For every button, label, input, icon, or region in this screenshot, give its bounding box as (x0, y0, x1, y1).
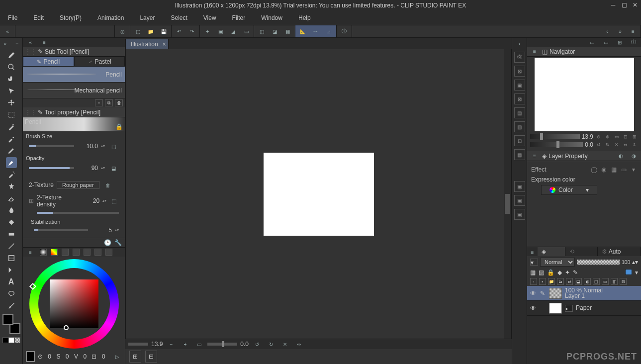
blend-mode-select[interactable]: Normal (540, 258, 575, 267)
nav-zoom-slider[interactable] (530, 134, 580, 139)
flip-h-icon[interactable]: ⇔ (622, 141, 629, 148)
airbrush-tool-icon[interactable] (6, 169, 17, 180)
subtab-pastel[interactable]: ⟋ Pastel (74, 57, 125, 67)
clear-outside-icon[interactable]: ▣ (215, 26, 226, 36)
canvas[interactable] (264, 153, 374, 236)
zoom-in-icon[interactable]: + (180, 339, 190, 349)
opacity-link-icon[interactable]: ⬓ (108, 163, 119, 173)
layer-item-paper[interactable]: 👁 ▪ Paper (527, 301, 641, 316)
tab-history[interactable]: ⟲ History (565, 247, 598, 256)
effect-more-icon[interactable]: ▾ (630, 166, 637, 173)
gradient-tool-icon[interactable] (6, 229, 17, 240)
flip-v-icon[interactable]: ⇕ (631, 141, 638, 148)
blend-tool-icon[interactable] (6, 205, 17, 216)
menu-help[interactable]: Help (293, 12, 316, 23)
100-icon[interactable]: ⊞ (631, 133, 638, 140)
chevrons-right-2-icon[interactable]: » (615, 26, 626, 36)
navigator-preview[interactable] (527, 57, 641, 132)
hand-tool-icon[interactable] (6, 74, 17, 85)
tab-autoaction[interactable]: ⚙ Auto Action (598, 247, 641, 256)
lp-tab2-icon[interactable]: ◑ (628, 151, 639, 161)
mini-swatches[interactable] (2, 337, 20, 343)
color-wheel[interactable] (29, 259, 119, 349)
snap-grid-icon[interactable]: ⊿ (323, 26, 334, 36)
delete-brush-icon[interactable]: 🗑 (115, 99, 123, 106)
quick-access-icon[interactable]: ⓠ (514, 52, 525, 63)
menu-story[interactable]: Story(P) (55, 12, 87, 23)
brush-tool-icon[interactable] (6, 50, 17, 61)
canvas-viewport[interactable] (125, 49, 512, 339)
chevrons-right-1-icon[interactable]: ‹ (602, 26, 613, 36)
reset-icon[interactable]: 🕑 (104, 239, 111, 246)
open-icon[interactable]: 📁 (145, 26, 156, 36)
density-slider[interactable] (37, 212, 119, 214)
new-brush-icon[interactable]: ▫ (95, 99, 103, 106)
density-spinner[interactable]: ▴▾ (102, 199, 106, 202)
eraser-tool-icon[interactable] (6, 193, 17, 204)
clipstudio-icon[interactable]: ◎ (117, 26, 128, 36)
subtab-pencil[interactable]: ✎ Pencil (23, 57, 74, 67)
stab-value[interactable]: 5 (91, 227, 112, 234)
delete-layer-icon[interactable]: 🗑 (611, 278, 618, 285)
menu-icon[interactable]: ≡ (529, 47, 540, 57)
brush-size-link-icon[interactable]: ⬚ (108, 141, 119, 151)
ruler-icon[interactable]: ◫ (593, 278, 600, 285)
timeline-icon[interactable]: ⊞ (129, 351, 141, 363)
redo-icon[interactable]: ↷ (186, 26, 197, 36)
texture-delete-icon[interactable]: 🗑 (102, 180, 113, 190)
opacity-slider[interactable] (29, 167, 74, 169)
pencil-tool-icon[interactable] (6, 157, 17, 168)
color-tab-6[interactable] (94, 249, 101, 256)
material-8-icon[interactable]: ▣ (514, 181, 525, 192)
new-vector-icon[interactable]: ▪ (539, 278, 546, 285)
opacity-spinner[interactable]: ▴▾ (101, 167, 105, 170)
material-4-icon[interactable]: ▤ (514, 107, 525, 118)
menu-edit[interactable]: Edit (28, 12, 49, 23)
scale-icon[interactable]: ◫ (256, 26, 267, 36)
color-tab-2[interactable] (51, 249, 58, 256)
fill-icon[interactable]: ◢ (228, 26, 239, 36)
balloon-tool-icon[interactable] (6, 288, 17, 299)
sv-handle[interactable] (64, 325, 69, 330)
play-icon[interactable]: ▷ (113, 352, 122, 362)
nav-angle-slider[interactable] (530, 142, 583, 147)
layer-item-1[interactable]: 👁 ✎ 100 % NormalLayer 1 (527, 286, 641, 301)
brush-pencil[interactable]: Pencil (23, 67, 125, 83)
frame-tool-icon[interactable] (6, 253, 17, 264)
material-9-icon[interactable]: ▣ (514, 195, 525, 206)
fit-icon[interactable]: ▭ (193, 339, 204, 349)
menu-filter[interactable]: Filter (227, 12, 251, 23)
lp-tab1-icon[interactable]: ◐ (615, 151, 626, 161)
zoom-in-icon[interactable]: ⊕ (604, 133, 611, 140)
material-3-icon[interactable]: ⊠ (514, 93, 525, 104)
sv-box[interactable] (50, 279, 98, 328)
brush-size-value[interactable]: 10.0 (77, 143, 98, 150)
density-link-icon[interactable]: ⬚ (109, 196, 119, 206)
clear-icon[interactable]: ✦ (202, 26, 213, 36)
material-10-icon[interactable]: ▣ (514, 209, 525, 220)
zoom-out-icon[interactable]: ⊖ (595, 133, 602, 140)
lock-alpha-icon[interactable]: 🔒 (547, 269, 554, 276)
menu-animation[interactable]: Animation (92, 12, 129, 23)
chev-icon[interactable]: › (514, 39, 525, 49)
correct-tool-icon[interactable] (6, 300, 17, 311)
transfer-icon[interactable]: ⇄ (566, 278, 573, 285)
layer-opacity-value[interactable]: 100 (622, 260, 630, 265)
merge-icon[interactable]: ⬓ (575, 278, 582, 285)
color-tab-7[interactable] (105, 249, 112, 256)
material-2-icon[interactable]: ▣ (514, 80, 525, 91)
menu-icon[interactable]: ≡ (529, 151, 540, 161)
menu-icon[interactable]: ≡ (628, 26, 639, 36)
layer-type-icon[interactable]: ▾ (530, 259, 538, 266)
menu-layer[interactable]: Layer (135, 12, 160, 23)
zoom-out-icon[interactable]: − (166, 339, 177, 349)
eye-icon[interactable]: 👁 (530, 305, 537, 312)
undo-icon[interactable]: ↶ (174, 26, 184, 36)
hue-handle[interactable] (29, 283, 36, 290)
new-folder2-icon[interactable]: 🗂 (557, 278, 564, 285)
pen-tool-icon[interactable] (6, 145, 17, 156)
material-5-icon[interactable]: ▥ (514, 121, 525, 132)
chevrons-icon[interactable]: « (25, 37, 36, 47)
timeline-2-icon[interactable]: ⊟ (145, 351, 157, 363)
menu-view[interactable]: View (198, 12, 221, 23)
